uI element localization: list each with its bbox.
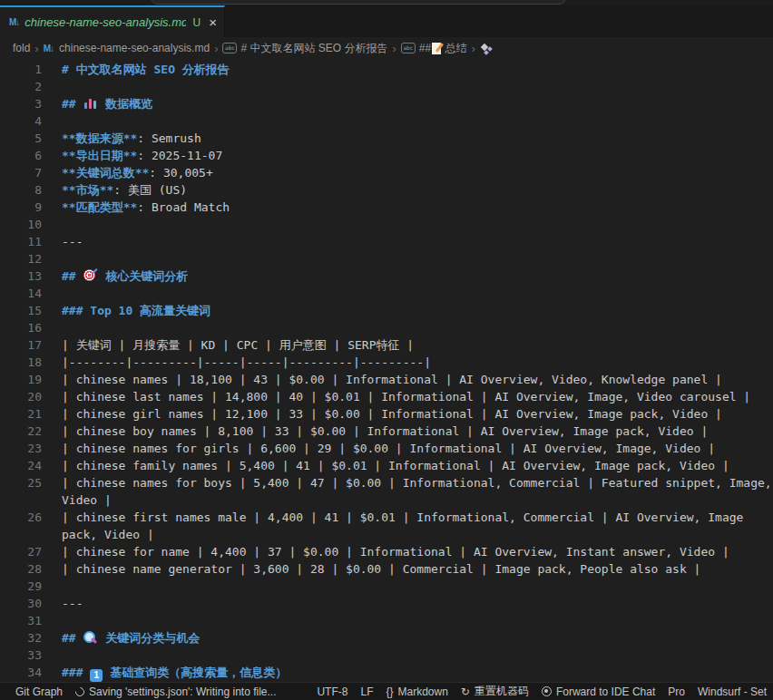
code-line[interactable]: 34### 1 基础查询类（高搜索量，信息类） — [0, 664, 773, 681]
line-number[interactable]: 15 — [0, 302, 42, 319]
code-line[interactable]: 20| chinese last names | 14,800 | 40 | $… — [0, 388, 773, 405]
code-line[interactable]: 8**市场**: 美国 (US) — [0, 181, 773, 199]
code-text: | chinese for name | 4,400 | 37 | $0.00 … — [62, 543, 729, 560]
line-number[interactable]: 7 — [0, 164, 42, 181]
code-line[interactable]: 13## 核心关键词分析 — [0, 267, 773, 285]
code-line[interactable]: Video | — [0, 491, 773, 509]
code-line[interactable]: 1# 中文取名网站 SEO 分析报告 — [0, 61, 773, 78]
line-number[interactable] — [0, 526, 42, 543]
code-line[interactable]: 7**关键词总数**: 30,005+ — [0, 164, 773, 181]
code-text: **市场**: 美国 (US) — [62, 181, 187, 199]
code-line[interactable]: 14 — [0, 285, 773, 302]
code-line[interactable]: 27| chinese for name | 4,400 | 37 | $0.0… — [0, 543, 773, 560]
line-number[interactable]: 29 — [0, 578, 42, 595]
line-number[interactable]: 16 — [0, 319, 42, 336]
code-line[interactable]: 22| chinese boy names | 8,100 | 33 | $0.… — [0, 423, 773, 440]
command-center[interactable] — [152, 0, 565, 5]
code-line[interactable]: 9**匹配类型**: Broad Match — [0, 199, 773, 216]
code-line[interactable]: pack, Video | — [0, 526, 773, 543]
code-line[interactable]: 5**数据来源**: Semrush — [0, 130, 773, 147]
code-line[interactable]: 25| chinese names for boys | 5,400 | 47 … — [0, 474, 773, 491]
code-line[interactable]: 19| chinese names | 18,100 | 43 | $0.00 … — [0, 371, 773, 388]
line-number[interactable]: 23 — [0, 440, 42, 457]
line-number[interactable]: 9 — [0, 199, 42, 216]
line-number[interactable]: 25 — [0, 474, 42, 491]
line-number[interactable]: 10 — [0, 216, 42, 233]
code-line[interactable]: 33 — [0, 647, 773, 664]
line-number[interactable]: 32 — [0, 629, 42, 647]
breadcrumb-heading-1[interactable]: abc# 中文取名网站 SEO 分析报告 — [222, 41, 387, 56]
editor[interactable]: 1# 中文取名网站 SEO 分析报告23## 数据概览45**数据来源**: S… — [0, 59, 773, 682]
breadcrumb-file[interactable]: M↓chinese-name-seo-analysis.md — [44, 42, 210, 54]
line-number[interactable]: 27 — [0, 543, 42, 560]
line-number[interactable]: 26 — [0, 509, 42, 526]
code-line[interactable]: 17| 关键词 | 月搜索量 | KD | CPC | 用户意图 | SERP特… — [0, 336, 773, 354]
line-number[interactable]: 33 — [0, 647, 42, 664]
breadcrumb-heading-2[interactable]: abc## 总结 — [401, 41, 467, 56]
code-line[interactable]: 16 — [0, 319, 773, 336]
line-number[interactable]: 4 — [0, 112, 42, 130]
code-line[interactable]: 18|--------|---------|-----|-----|------… — [0, 354, 773, 371]
code-line[interactable]: 6**导出日期**: 2025-11-07 — [0, 147, 773, 164]
statusbar-item-encoding[interactable]: UTF-8 — [310, 683, 354, 700]
code-line[interactable]: 2 — [0, 78, 773, 95]
line-number[interactable]: 22 — [0, 423, 42, 440]
line-number[interactable]: 19 — [0, 371, 42, 388]
code-line[interactable]: 11--- — [0, 233, 773, 250]
code-text: ## 关键词分类与机会 — [62, 629, 200, 647]
code-line[interactable]: 3## 数据概览 — [0, 95, 773, 112]
text-token: | chinese names for girls | 6,600 | 29 |… — [62, 442, 715, 455]
statusbar-item-eol[interactable]: LF — [354, 683, 379, 700]
line-number[interactable]: 18 — [0, 354, 42, 371]
line-number[interactable]: 13 — [0, 267, 42, 285]
line-number[interactable]: 24 — [0, 457, 42, 474]
line-number[interactable]: 5 — [0, 130, 42, 147]
tab-chinese-name-seo-analysis[interactable]: M↓ chinese-name-seo-analysis.md U × — [0, 5, 225, 37]
statusbar-item-windsurf-settings[interactable]: Windsurf - Set — [691, 683, 773, 700]
code-line[interactable]: 29 — [0, 578, 773, 595]
line-number[interactable]: 28 — [0, 560, 42, 578]
code-line[interactable]: 32## 关键词分类与机会 — [0, 629, 773, 647]
code-line[interactable]: 24| chinese family names | 5,400 | 41 | … — [0, 457, 773, 474]
text-token: pack, Video | — [62, 528, 154, 541]
breadcrumb-folder[interactable]: fold — [13, 42, 30, 54]
code-line[interactable]: 4 — [0, 112, 773, 130]
statusbar-item-pro[interactable]: Pro — [661, 683, 691, 700]
breadcrumb-symbol[interactable] — [480, 43, 493, 54]
text-token: --- — [62, 597, 83, 610]
code-text: | chinese names | 18,100 | 43 | $0.00 | … — [62, 371, 722, 388]
line-number[interactable]: 8 — [0, 181, 42, 199]
close-icon[interactable]: × — [209, 15, 217, 29]
line-number[interactable]: 20 — [0, 388, 42, 405]
code-line[interactable]: 15### Top 10 高流量关键词 — [0, 302, 773, 319]
code-line[interactable]: 21| chinese girl names | 12,100 | 33 | $… — [0, 405, 773, 423]
code-line[interactable]: 30--- — [0, 595, 773, 612]
statusbar-item-language-mode[interactable]: {}Markdown — [379, 683, 454, 700]
code-line[interactable]: 12 — [0, 250, 773, 267]
line-number[interactable]: 34 — [0, 664, 42, 681]
status-bar-left: Git GraphSaving 'settings.json': Writing… — [9, 683, 283, 700]
line-number[interactable]: 11 — [0, 233, 42, 250]
line-number[interactable]: 21 — [0, 405, 42, 423]
line-number[interactable]: 6 — [0, 147, 42, 164]
line-number[interactable]: 1 — [0, 61, 42, 78]
code-line[interactable]: 26| chinese first names male | 4,400 | 4… — [0, 509, 773, 526]
statusbar-item-reset-machine-code[interactable]: ↻重置机器码 — [455, 683, 535, 700]
line-number[interactable] — [0, 491, 42, 509]
line-number[interactable]: 14 — [0, 285, 42, 302]
statusbar-item-git-graph[interactable]: Git Graph — [9, 683, 69, 700]
statusbar-item-saving-message[interactable]: Saving 'settings.json': Writing into fil… — [69, 683, 282, 700]
line-number[interactable]: 30 — [0, 595, 42, 612]
code-text: | chinese names for girls | 6,600 | 29 |… — [62, 440, 715, 457]
line-number[interactable]: 2 — [0, 78, 42, 95]
line-number[interactable]: 12 — [0, 250, 42, 267]
line-number[interactable]: 3 — [0, 95, 42, 112]
line-number[interactable]: 31 — [0, 612, 42, 629]
statusbar-item-forward-to-ide-chat[interactable]: Forward to IDE Chat — [535, 683, 661, 700]
line-number[interactable]: 17 — [0, 336, 42, 354]
code-line[interactable]: 31 — [0, 612, 773, 629]
code-line[interactable]: 10 — [0, 216, 773, 233]
code-line[interactable]: 23| chinese names for girls | 6,600 | 29… — [0, 440, 773, 457]
symbol-string-icon: abc — [222, 43, 237, 53]
code-line[interactable]: 28| chinese name generator | 3,600 | 28 … — [0, 560, 773, 578]
